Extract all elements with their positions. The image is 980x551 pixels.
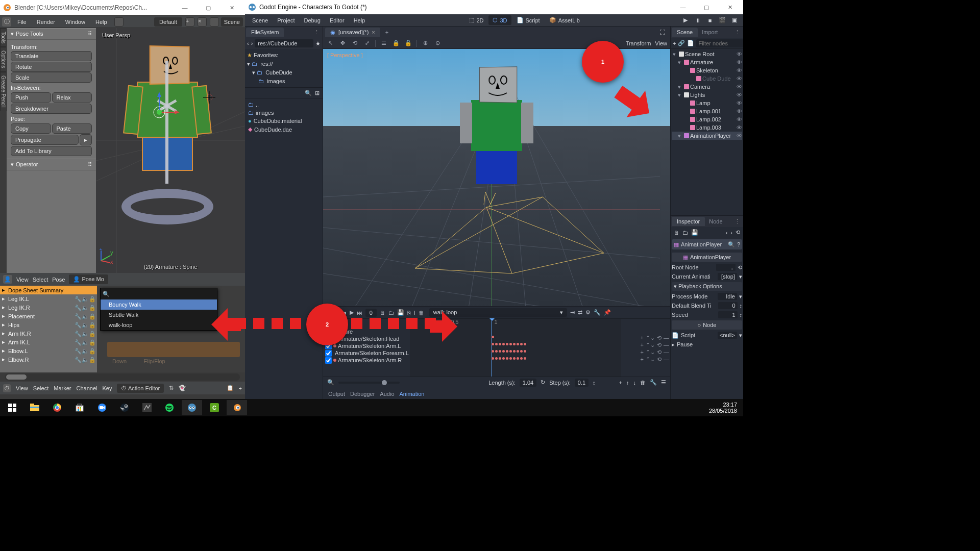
propagate-dropdown-icon[interactable]: ▸ — [80, 134, 92, 145]
filter-nodes-input[interactable] — [696, 39, 743, 47]
anim-del-icon[interactable]: 🗑 — [419, 310, 424, 316]
pose-tools-header[interactable]: ▾Pose Tools⠿ — [7, 28, 96, 40]
scale-icon[interactable]: ⤢ — [363, 40, 371, 46]
add-key-icon[interactable]: + — [641, 335, 644, 341]
app-icon[interactable] — [137, 400, 157, 415]
distraction-free-icon[interactable]: ⛶ — [656, 29, 668, 35]
scene-dropdown[interactable]: Scene — [221, 17, 243, 27]
track-opts-icon[interactable]: ⌃⌄ — [646, 335, 655, 341]
list-icon[interactable]: ☰ — [380, 40, 388, 46]
play-fwd-icon[interactable]: ▶ — [350, 309, 354, 316]
anim-load-icon[interactable]: 🗀 — [388, 310, 394, 316]
track-tools-icon[interactable]: 🔧 — [650, 379, 657, 386]
godot-titlebar[interactable]: Godot Engine - Characters To Godot (*) —… — [245, 0, 743, 14]
menu-render[interactable]: Render — [33, 17, 59, 27]
channel-list[interactable]: ▸Dope Sheet Summary ▸Leg IK.L🔧🔈🔒 ▸Leg IK… — [0, 286, 97, 372]
explorer-icon[interactable] — [24, 400, 45, 415]
rotate-icon[interactable]: ⟲ — [351, 40, 359, 46]
view-script[interactable]: 📄 Script — [512, 15, 544, 25]
length-field[interactable]: 1.04 — [520, 379, 536, 387]
tab-audio[interactable]: Audio — [380, 391, 394, 397]
visibility-icon[interactable]: 👁 — [737, 124, 742, 131]
play-custom-icon[interactable]: ▣ — [729, 17, 740, 23]
spotify-icon[interactable] — [159, 400, 180, 415]
blender-toolshelf-tabs[interactable]: Tools Options Grease Pencil — [0, 28, 7, 273]
back-to-prev-icon[interactable] — [114, 17, 124, 27]
close-icon[interactable]: × — [372, 29, 375, 35]
script-icon[interactable]: 📄 — [687, 40, 694, 46]
scene-node[interactable]: Cube Dude👁 — [672, 74, 742, 83]
menu-project[interactable]: Project — [273, 16, 299, 25]
view-assetlib[interactable]: 📦 AssetLib — [545, 15, 584, 25]
fs-tree[interactable]: ★ Favorites: ▾ 🗀 res:// ▾ 🗀 CubeDude 🗀 i… — [245, 49, 323, 87]
store-icon[interactable] — [69, 400, 90, 415]
start-button[interactable] — [2, 400, 22, 415]
search-icon[interactable]: 🔍 — [305, 90, 312, 96]
camtasia-icon[interactable]: C — [204, 400, 225, 415]
resource-save-icon[interactable]: 💾 — [691, 229, 698, 236]
scene-tab-unsaved[interactable]: ◉[unsaved](*)× — [325, 28, 380, 37]
view-3d[interactable]: ⬡ 3D — [488, 15, 511, 25]
scene-node[interactable]: ▾Camera👁 — [672, 83, 742, 91]
cursor-step-icon[interactable]: ↕ — [593, 380, 596, 386]
history-fwd-icon[interactable]: › — [730, 230, 732, 236]
autoplay-icon[interactable]: ⇥ — [570, 309, 575, 316]
translate-button[interactable]: Translate — [11, 51, 92, 61]
move-icon[interactable]: ✥ — [338, 40, 347, 46]
minimize-button[interactable]: — — [175, 1, 195, 14]
propagate-button[interactable]: Propagate — [11, 135, 79, 145]
stop-icon[interactable]: ■ — [704, 17, 716, 23]
instance-icon[interactable]: 🔗 — [678, 40, 685, 46]
action-browse-icon[interactable]: 📋 — [227, 385, 234, 391]
visibility-icon[interactable]: 👁 — [737, 76, 742, 82]
push-button[interactable]: Push — [11, 92, 51, 103]
play-scene-icon[interactable]: 🎬 — [717, 17, 728, 23]
scene-node[interactable]: ▾Lights👁 — [672, 91, 742, 99]
layout-dropdown[interactable]: Default — [154, 17, 182, 27]
scene-node[interactable]: ▾Armature👁 — [672, 58, 742, 66]
menu-view[interactable]: View — [16, 385, 28, 391]
history-icon[interactable]: ⟲ — [736, 229, 740, 236]
add-node-icon[interactable]: + — [673, 40, 676, 46]
snap-icon[interactable]: ⊙ — [433, 40, 442, 46]
tab-node[interactable]: Node — [705, 217, 726, 226]
resource-new-icon[interactable]: 🗎 — [674, 230, 679, 236]
menu-pose[interactable]: Pose — [52, 277, 65, 283]
windows-taskbar[interactable]: C 23:17 28/05/2018 — [0, 399, 743, 416]
history-back-icon[interactable]: ‹ — [726, 230, 728, 236]
track-opts-icon[interactable]: ☰ — [661, 379, 666, 386]
copy-button[interactable]: Copy — [11, 123, 51, 134]
maximize-button[interactable]: ▢ — [198, 1, 218, 14]
menu-transform[interactable]: Transform — [626, 40, 651, 46]
track-del-icon[interactable]: 🗑 — [640, 380, 646, 386]
scene-node[interactable]: Lamp.001👁 — [672, 107, 742, 115]
zoom-slider[interactable] — [338, 382, 400, 384]
system-tray[interactable]: 23:17 28/05/2018 — [705, 402, 741, 414]
maximize-button[interactable]: ▢ — [696, 1, 717, 14]
tab-animation[interactable]: Animation — [400, 391, 425, 397]
close-button[interactable]: ✕ — [720, 1, 740, 14]
menu-channel[interactable]: Channel — [76, 385, 97, 391]
menu-window[interactable]: Window — [61, 17, 89, 27]
fs-path[interactable]: res://CubeDude — [255, 39, 313, 47]
add-to-library-button[interactable]: Add To Library — [11, 146, 92, 156]
tab-options[interactable]: Options — [0, 47, 7, 71]
visibility-icon[interactable]: 👁 — [737, 59, 742, 65]
add-layout-icon[interactable]: + — [185, 17, 194, 27]
track-up-icon[interactable]: ↑ — [626, 380, 629, 386]
scene-node[interactable]: Lamp.003👁 — [672, 123, 742, 132]
minimize-button[interactable]: — — [673, 1, 693, 14]
menu-help[interactable]: Help — [91, 17, 111, 27]
breakdowner-button[interactable]: Breakdowner — [11, 104, 92, 114]
tab-filesystem[interactable]: FileSystem — [246, 28, 284, 37]
tab-tools[interactable]: Tools — [0, 28, 7, 47]
menu-file[interactable]: File — [13, 17, 31, 27]
visibility-icon[interactable]: 👁 — [737, 116, 742, 122]
visibility-icon[interactable]: 👁 — [737, 133, 742, 139]
edit-icon[interactable]: ⚙ — [585, 309, 591, 316]
godot-taskbar-icon[interactable] — [182, 400, 202, 415]
scene-node[interactable]: Lamp.002👁 — [672, 115, 742, 123]
fs-fwd-icon[interactable]: › — [251, 40, 253, 46]
anim-rename-icon[interactable]: I — [414, 310, 415, 316]
menu-help[interactable]: Help — [350, 16, 370, 25]
